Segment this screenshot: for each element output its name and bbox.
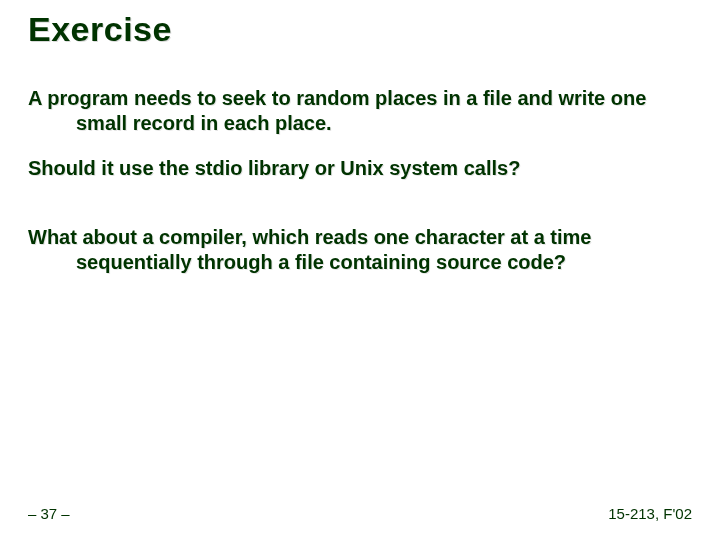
paragraph-2: Should it use the stdio library or Unix …	[28, 156, 692, 181]
page-number: – 37 –	[28, 505, 70, 522]
slide: Exercise A program needs to seek to rand…	[0, 0, 720, 540]
paragraph-3: What about a compiler, which reads one c…	[28, 225, 692, 275]
slide-body: A program needs to seek to random places…	[28, 86, 692, 295]
course-tag: 15-213, F'02	[608, 505, 692, 522]
paragraph-1: A program needs to seek to random places…	[28, 86, 692, 136]
slide-title: Exercise	[28, 10, 172, 49]
